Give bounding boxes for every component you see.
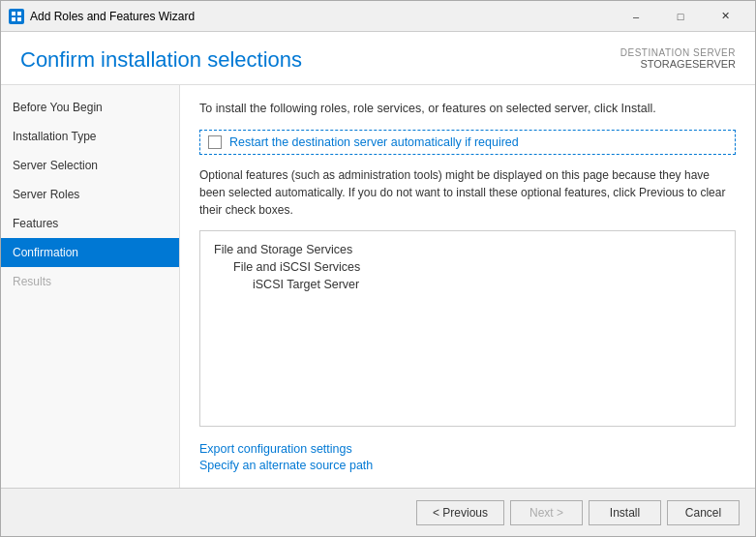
install-button[interactable]: Install	[589, 500, 661, 525]
next-button[interactable]: Next >	[510, 500, 583, 525]
links-section: Export configuration settings Specify an…	[199, 442, 736, 472]
sidebar-item-installation-type[interactable]: Installation Type	[1, 122, 179, 151]
sidebar: Before You Begin Installation Type Serve…	[1, 85, 180, 488]
svg-rect-2	[12, 17, 15, 21]
svg-rect-1	[17, 12, 21, 15]
sidebar-item-server-selection[interactable]: Server Selection	[1, 151, 179, 180]
intro-text: To install the following roles, role ser…	[199, 101, 736, 118]
restart-label[interactable]: Restart the destination server automatic…	[229, 135, 519, 149]
main-content: To install the following roles, role ser…	[180, 85, 755, 488]
feature-item-1: File and iSCSI Services	[214, 258, 721, 276]
window-title: Add Roles and Features Wizard	[30, 10, 614, 23]
window-controls: – □ ✕	[614, 7, 747, 26]
feature-item-0: File and Storage Services	[214, 241, 721, 258]
destination-name: STORAGESERVER	[620, 58, 736, 70]
destination-server-info: DESTINATION SERVER STORAGESERVER	[620, 47, 736, 70]
svg-rect-3	[17, 17, 21, 21]
alternate-source-link[interactable]: Specify an alternate source path	[199, 459, 736, 472]
titlebar: Add Roles and Features Wizard – □ ✕	[1, 1, 755, 32]
restart-checkbox-row[interactable]: Restart the destination server automatic…	[199, 130, 736, 155]
wizard-window: Add Roles and Features Wizard – □ ✕ Conf…	[0, 0, 756, 537]
page-title: Confirm installation selections	[20, 47, 302, 73]
maximize-button[interactable]: □	[658, 7, 703, 26]
export-config-link[interactable]: Export configuration settings	[199, 442, 736, 456]
previous-button[interactable]: < Previous	[416, 500, 504, 525]
feature-item-2: iSCSI Target Server	[214, 276, 721, 293]
features-box: File and Storage Services File and iSCSI…	[199, 230, 736, 428]
footer: < Previous Next > Install Cancel	[1, 488, 755, 536]
wizard-body: Before You Begin Installation Type Serve…	[1, 85, 755, 488]
optional-text: Optional features (such as administratio…	[199, 166, 736, 219]
sidebar-item-confirmation[interactable]: Confirmation	[1, 238, 179, 267]
sidebar-item-results: Results	[1, 267, 179, 296]
restart-checkbox[interactable]	[208, 135, 222, 149]
cancel-button[interactable]: Cancel	[667, 500, 740, 525]
destination-label: DESTINATION SERVER	[620, 47, 736, 58]
svg-rect-0	[12, 12, 15, 15]
close-button[interactable]: ✕	[703, 7, 747, 26]
app-icon	[9, 9, 24, 24]
page-header: Confirm installation selections DESTINAT…	[1, 32, 755, 85]
minimize-button[interactable]: –	[614, 7, 658, 26]
sidebar-item-features[interactable]: Features	[1, 209, 179, 238]
sidebar-item-before-you-begin[interactable]: Before You Begin	[1, 93, 179, 122]
sidebar-item-server-roles[interactable]: Server Roles	[1, 180, 179, 209]
